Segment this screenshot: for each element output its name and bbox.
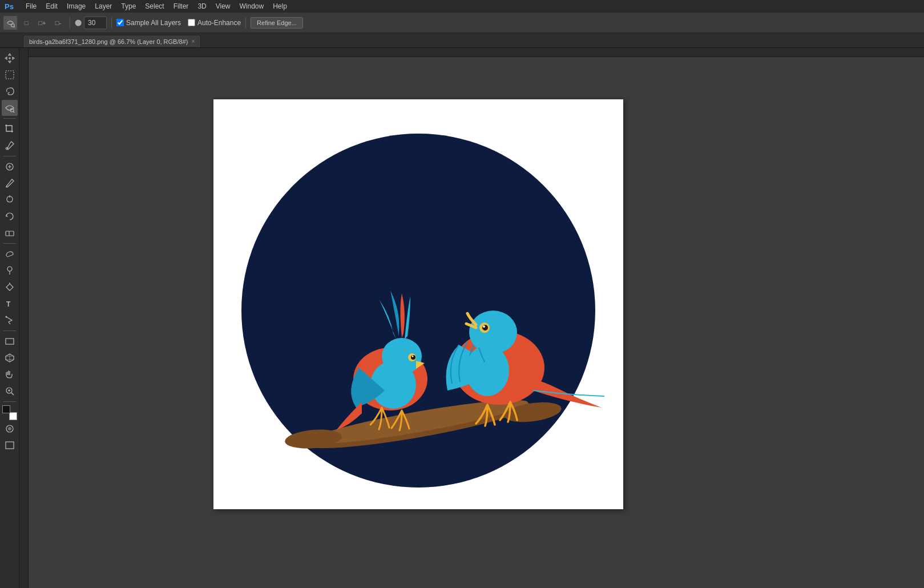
svg-point-20: [8, 427, 11, 430]
quick-select-tool-btn[interactable]: [3, 16, 17, 30]
healing-brush-tool[interactable]: [2, 159, 18, 175]
svg-point-10: [7, 267, 12, 271]
svg-text:T: T: [6, 300, 11, 308]
menu-view[interactable]: View: [212, 1, 235, 11]
svg-line-16: [11, 393, 14, 395]
rectangle-tool[interactable]: [2, 333, 18, 349]
menu-window[interactable]: Window: [236, 1, 268, 11]
lasso-tool[interactable]: [2, 83, 18, 99]
horizontal-ruler: [19, 48, 924, 57]
svg-rect-14: [6, 339, 14, 344]
subtract-from-selection-btn[interactable]: □-: [51, 16, 65, 30]
eraser-tool[interactable]: [2, 225, 18, 241]
canvas-area: [19, 48, 924, 588]
sample-all-layers-text: Sample All Layers: [126, 19, 181, 27]
svg-line-4: [13, 111, 14, 112]
auto-enhance-checkbox[interactable]: [188, 19, 195, 26]
crop-tool[interactable]: [2, 121, 18, 137]
toolbar-sep-3: [245, 17, 246, 29]
tool-separator-1: [3, 118, 16, 119]
tab-close-btn[interactable]: ×: [191, 38, 195, 45]
menu-layer[interactable]: Layer: [91, 1, 116, 11]
brush-size-input[interactable]: 30: [84, 17, 107, 29]
brush-size-value: 30: [88, 19, 95, 27]
3d-tool[interactable]: [2, 350, 18, 366]
tab-filename: birds-ga2ba6f371_1280.png @ 66.7% (Layer…: [29, 38, 188, 45]
color-swatches[interactable]: [2, 405, 17, 420]
history-brush-tool[interactable]: [2, 208, 18, 224]
brush-size-control: ⬤ 30: [75, 17, 107, 29]
clone-stamp-tool[interactable]: [2, 192, 18, 208]
menu-file[interactable]: File: [22, 1, 41, 11]
document-tab[interactable]: birds-ga2ba6f371_1280.png @ 66.7% (Layer…: [23, 35, 201, 47]
quick-select-tool-sidebar[interactable]: [2, 100, 18, 116]
sample-all-layers-label[interactable]: Sample All Layers: [116, 19, 181, 27]
toolbar-sep-1: [70, 17, 70, 29]
quick-mask-btn[interactable]: [2, 421, 18, 437]
menu-filter[interactable]: Filter: [170, 1, 193, 11]
refine-edge-button[interactable]: Refine Edge...: [251, 17, 303, 29]
menu-bar: Ps File Edit Image Layer Type Select Fil…: [0, 0, 924, 13]
menu-select[interactable]: Select: [141, 1, 168, 11]
screen-mode-btn[interactable]: [2, 437, 18, 453]
foreground-color-swatch[interactable]: [2, 405, 10, 413]
toolbar-sep-2: [111, 17, 112, 29]
paint-bucket-tool[interactable]: [2, 246, 18, 262]
svg-line-1: [14, 26, 15, 27]
brush-size-icon: ⬤: [75, 19, 82, 26]
sample-all-layers-checkbox[interactable]: [116, 19, 124, 26]
vertical-ruler: [19, 48, 29, 588]
move-tool[interactable]: [2, 50, 18, 66]
canvas-document[interactable]: [213, 99, 623, 509]
canvas-artwork: [213, 99, 623, 509]
auto-enhance-text: Auto-Enhance: [197, 19, 241, 27]
eyedropper-tool[interactable]: [2, 138, 18, 154]
tab-bar: birds-ga2ba6f371_1280.png @ 66.7% (Layer…: [0, 33, 924, 48]
svg-rect-2: [6, 71, 14, 79]
menu-help[interactable]: Help: [269, 1, 291, 11]
brush-tool[interactable]: [2, 175, 18, 191]
auto-enhance-label[interactable]: Auto-Enhance: [188, 19, 241, 27]
svg-point-39: [483, 325, 485, 328]
pen-tool[interactable]: [2, 279, 18, 295]
tool-separator-4: [3, 331, 16, 331]
hand-tool[interactable]: [2, 367, 18, 382]
path-selection-tool[interactable]: [2, 312, 18, 328]
tool-separator-3: [3, 243, 16, 244]
svg-point-36: [469, 311, 517, 354]
rectangular-marquee-tool[interactable]: [2, 67, 18, 83]
svg-point-13: [5, 316, 7, 318]
menu-3d[interactable]: 3D: [193, 1, 210, 11]
tool-separator-2: [3, 156, 16, 156]
new-selection-btn[interactable]: □: [19, 16, 33, 30]
ps-logo: Ps: [2, 2, 16, 11]
zoom-tool[interactable]: [2, 383, 18, 399]
tool-separator-5: [3, 401, 16, 402]
options-toolbar: □ □+ □- ⬤ 30 Sample All Layers Auto-Enha…: [0, 13, 924, 33]
main-layout: T: [0, 48, 924, 588]
svg-point-33: [412, 356, 414, 357]
svg-rect-21: [6, 442, 14, 449]
background-color-swatch[interactable]: [9, 412, 17, 420]
menu-image[interactable]: Image: [63, 1, 90, 11]
left-tool-panel: T: [0, 48, 19, 588]
menu-type[interactable]: Type: [117, 1, 140, 11]
svg-point-38: [482, 325, 488, 331]
dodge-tool[interactable]: [2, 263, 18, 279]
add-to-selection-btn[interactable]: □+: [35, 16, 49, 30]
type-tool[interactable]: T: [2, 296, 18, 312]
svg-rect-8: [6, 231, 14, 236]
menu-edit[interactable]: Edit: [42, 1, 62, 11]
